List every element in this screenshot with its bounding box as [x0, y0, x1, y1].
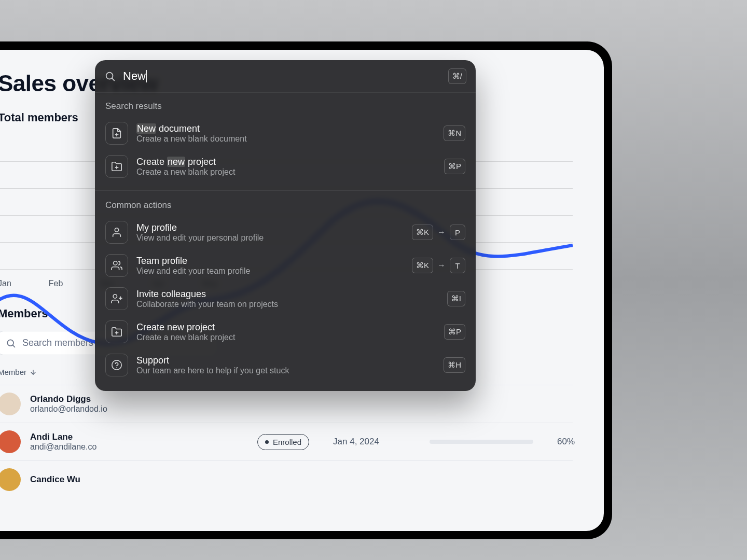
svg-point-12: [115, 228, 118, 232]
file-plus-icon: [105, 122, 128, 145]
folder-plus-icon: [105, 155, 128, 178]
action-title: Create new project: [136, 322, 436, 333]
palette-result-create-project[interactable]: Create new project Create a new blank pr…: [105, 150, 465, 183]
shortcut-sequence: ⌘K → P: [412, 225, 465, 240]
palette-search-text[interactable]: New: [123, 69, 146, 83]
palette-action-my-profile[interactable]: My profile View and edit your personal p…: [105, 216, 465, 249]
palette-action-support[interactable]: Support Our team are here to help if you…: [105, 348, 465, 382]
svg-point-13: [114, 261, 117, 265]
folder-plus-icon: [105, 320, 128, 343]
actions-heading: Common actions: [105, 200, 465, 211]
action-subtitle: Collaborate with your team on projects: [136, 300, 439, 309]
search-icon: [104, 71, 116, 82]
screen: Sales overview Total members Jan Feb Mar…: [0, 50, 604, 531]
palette-search-row: New ⌘/: [95, 60, 476, 93]
shortcut-sequence: ⌘K → T: [412, 258, 465, 273]
action-title: Team profile: [136, 256, 404, 267]
status-badge: Enrolled: [257, 434, 309, 450]
result-subtitle: Create a new blank document: [136, 134, 435, 144]
shortcut-key: ⌘N: [444, 125, 465, 141]
shortcut-key: ⌘P: [444, 324, 465, 340]
palette-open-shortcut: ⌘/: [448, 68, 466, 84]
user-plus-icon: [105, 287, 128, 310]
enroll-date: Jan 4, 2024: [333, 437, 406, 447]
avatar: [0, 468, 21, 491]
palette-action-invite-colleagues[interactable]: Invite colleagues Collaborate with your …: [105, 282, 465, 315]
shortcut-key: ⌘I: [447, 291, 465, 306]
member-info: Candice Wu: [30, 474, 248, 485]
result-title: Create new project: [136, 157, 436, 167]
table-row[interactable]: Candice Wu: [0, 460, 573, 498]
member-info: Andi Lane andi@andilane.co: [30, 432, 248, 452]
row-right: Enrolled Jan 4, 2024 60%: [257, 434, 604, 450]
svg-point-19: [112, 360, 121, 370]
arrow-right-icon: →: [437, 228, 446, 237]
action-subtitle: View and edit your personal profile: [136, 233, 404, 243]
palette-divider: [95, 190, 476, 191]
action-title: Support: [136, 355, 435, 366]
palette-search-input[interactable]: [147, 69, 441, 83]
progress-label: 60%: [557, 437, 586, 447]
action-subtitle: Our team are here to help if you get stu…: [136, 366, 435, 375]
result-subtitle: Create a new blank project: [136, 167, 436, 177]
command-palette: New ⌘/ Search results New document Creat…: [95, 60, 476, 391]
progress-bar: [430, 440, 533, 444]
results-heading: Search results: [105, 101, 465, 111]
svg-line-7: [112, 78, 114, 80]
device-frame: Sales overview Total members Jan Feb Mar…: [0, 41, 612, 539]
action-title: Invite colleagues: [136, 289, 439, 300]
action-title: My profile: [136, 222, 404, 233]
member-email: andi@andilane.co: [30, 442, 248, 452]
users-icon: [105, 254, 128, 277]
help-circle-icon: [105, 354, 128, 376]
shortcut-key: ⌘P: [444, 159, 465, 174]
shortcut-key: ⌘H: [444, 357, 465, 373]
palette-results-section: Search results New document Create a new…: [95, 93, 476, 186]
action-subtitle: Create a new blank project: [136, 333, 436, 342]
arrow-right-icon: →: [437, 261, 446, 270]
result-title: New document: [136, 123, 435, 134]
action-subtitle: View and edit your team profile: [136, 267, 404, 276]
palette-actions-section: Common actions My profile View and edit …: [95, 192, 476, 391]
palette-action-create-project[interactable]: Create new project Create a new blank pr…: [105, 315, 465, 348]
user-icon: [105, 221, 128, 244]
svg-point-14: [113, 295, 117, 298]
svg-point-6: [106, 73, 113, 79]
table-row[interactable]: Andi Lane andi@andilane.co Enrolled Jan …: [0, 423, 573, 460]
palette-result-new-document[interactable]: New document Create a new blank document…: [105, 117, 465, 150]
member-name: Candice Wu: [30, 474, 248, 485]
palette-action-team-profile[interactable]: Team profile View and edit your team pro…: [105, 249, 465, 282]
member-name: Andi Lane: [30, 432, 248, 442]
avatar: [0, 430, 21, 453]
